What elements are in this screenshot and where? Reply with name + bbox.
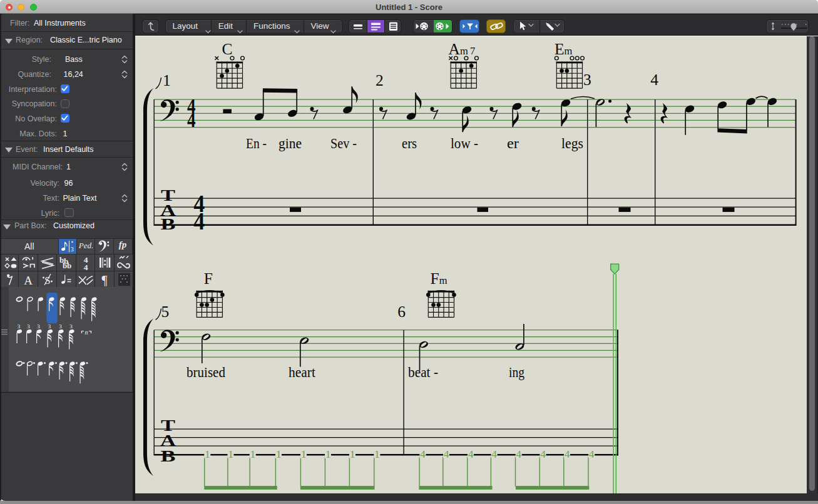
svg-text:4: 4 bbox=[193, 207, 205, 234]
svg-text:T: T bbox=[161, 416, 175, 433]
svg-text:3: 3 bbox=[27, 323, 30, 330]
svg-text:1: 1 bbox=[276, 448, 282, 460]
svg-text:er: er bbox=[507, 135, 519, 151]
svg-text:F: F bbox=[204, 269, 213, 287]
svg-text:En -: En - bbox=[246, 135, 267, 151]
svg-text:Sev -: Sev - bbox=[330, 135, 357, 151]
svg-text:3: 3 bbox=[37, 323, 40, 330]
svg-text:Fm: Fm bbox=[431, 270, 447, 288]
svg-text:4: 4 bbox=[491, 448, 497, 460]
svg-text:1: 1 bbox=[228, 448, 233, 460]
svg-text:legs: legs bbox=[561, 135, 583, 151]
svg-text:1: 1 bbox=[205, 448, 210, 460]
svg-text:T: T bbox=[161, 186, 175, 203]
svg-text:4: 4 bbox=[83, 263, 88, 271]
svg-text:5: 5 bbox=[161, 302, 170, 320]
svg-text:ers: ers bbox=[402, 135, 417, 151]
svg-text:1: 1 bbox=[301, 448, 307, 460]
svg-text:gine: gine bbox=[279, 135, 302, 151]
svg-text:2: 2 bbox=[376, 71, 384, 89]
svg-text:4: 4 bbox=[420, 448, 426, 460]
svg-text:n: n bbox=[85, 329, 88, 336]
svg-text:1: 1 bbox=[163, 71, 171, 89]
svg-text:Em: Em bbox=[555, 40, 573, 58]
svg-text:3: 3 bbox=[70, 246, 73, 253]
svg-text:6: 6 bbox=[397, 302, 406, 320]
svg-text:A: A bbox=[24, 274, 33, 287]
svg-text:¶: ¶ bbox=[102, 273, 108, 287]
svg-text:heart: heart bbox=[289, 365, 316, 380]
svg-text:4: 4 bbox=[516, 448, 521, 460]
svg-text:1: 1 bbox=[250, 448, 255, 460]
svg-text:3: 3 bbox=[18, 323, 21, 330]
svg-text:4: 4 bbox=[565, 448, 570, 460]
svg-text:1: 1 bbox=[374, 448, 380, 460]
svg-text:1: 1 bbox=[350, 448, 355, 460]
svg-text:B: B bbox=[161, 215, 176, 232]
svg-text:1: 1 bbox=[325, 448, 331, 460]
svg-text:4: 4 bbox=[468, 448, 474, 460]
svg-text:A: A bbox=[160, 432, 176, 449]
svg-text:4: 4 bbox=[650, 70, 658, 88]
svg-text:b: b bbox=[67, 261, 71, 270]
svg-text:B: B bbox=[161, 447, 176, 464]
svg-text:4: 4 bbox=[187, 109, 196, 131]
svg-text:ing: ing bbox=[509, 365, 524, 380]
svg-text:3: 3 bbox=[69, 323, 73, 330]
svg-text:4: 4 bbox=[589, 448, 595, 460]
svg-text:3: 3 bbox=[583, 70, 591, 88]
svg-text:3: 3 bbox=[48, 323, 51, 330]
svg-text:bruised: bruised bbox=[187, 365, 225, 380]
svg-text:beat -: beat - bbox=[408, 365, 438, 380]
svg-text:C: C bbox=[222, 40, 233, 58]
svg-text:low -: low - bbox=[451, 135, 478, 151]
svg-text:4: 4 bbox=[540, 448, 546, 460]
svg-text:3: 3 bbox=[59, 323, 62, 330]
svg-text:Am 7: Am 7 bbox=[449, 40, 476, 58]
svg-text:4: 4 bbox=[444, 448, 449, 460]
